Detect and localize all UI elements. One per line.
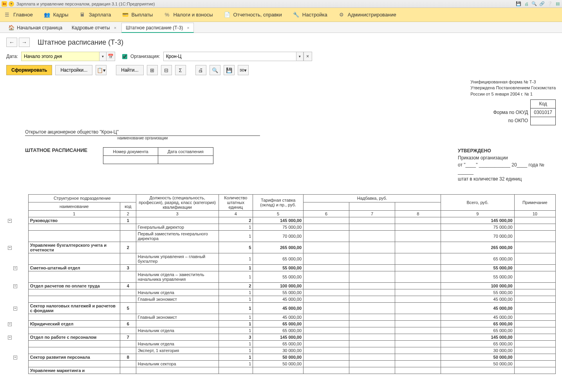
total: 55 000,00: [441, 289, 514, 296]
save-disk-icon[interactable]: 💾: [224, 65, 235, 75]
table-row: −Отдел по работе с персоналом73145 000,0…: [6, 334, 556, 340]
print-button-icon[interactable]: 🖨: [195, 65, 206, 75]
menu-payments[interactable]: 💳Выплаты: [122, 12, 153, 18]
link-icon[interactable]: 🔗: [539, 1, 545, 7]
tree-toggle-icon[interactable]: −: [13, 356, 17, 359]
date-dropdown-icon[interactable]: ▼: [99, 52, 107, 61]
menu-reports[interactable]: 📄Отчетность, справки: [224, 12, 282, 18]
table-row: Первый заместитель генерального директор…: [6, 230, 556, 242]
cell: [136, 354, 219, 360]
menu-salary[interactable]: 🖩Зарплата: [80, 12, 111, 18]
menu-main[interactable]: ☰Главное: [4, 12, 33, 18]
note: [514, 340, 555, 347]
org-input[interactable]: [163, 52, 296, 61]
note: [514, 360, 555, 367]
date-label: Дата:: [6, 54, 18, 59]
close-icon[interactable]: ×: [187, 25, 189, 30]
nav-forward-button[interactable]: →: [19, 38, 30, 47]
tab-label: Начальная страница: [17, 25, 62, 31]
cell: [28, 230, 120, 242]
find-button[interactable]: Найти...: [116, 65, 143, 75]
bonus-cell: [349, 296, 395, 302]
rate: 145 000,00: [253, 217, 304, 224]
bonus-cell: [304, 253, 349, 264]
position: Начальник управления – главный бухгалтер: [136, 253, 219, 264]
cell: [136, 217, 219, 224]
nav-back-button[interactable]: ←: [6, 38, 17, 47]
tree-toggle-icon[interactable]: −: [8, 336, 12, 340]
org-checkbox[interactable]: [122, 54, 127, 59]
total: 70 000,00: [441, 230, 514, 242]
tab-label: Штатное расписание (Т-3): [126, 25, 183, 31]
th-position: Должность (специальность, профессия), ра…: [136, 194, 219, 210]
page-header: ← → Штатное расписание (Т-3): [0, 33, 562, 50]
tab-home[interactable]: 🏠Начальная страница: [4, 22, 67, 33]
bonus-cell: [349, 360, 395, 367]
total: 65 000,00: [441, 253, 514, 264]
bonus-cell: [304, 367, 349, 374]
units: 1: [219, 354, 253, 360]
close-icon[interactable]: ×: [114, 25, 116, 30]
menu-admin[interactable]: ⚙Администрирование: [338, 12, 396, 18]
th-note: Примечание: [514, 194, 555, 210]
mail-icon[interactable]: ✉▾: [238, 65, 249, 75]
generate-button[interactable]: Сформировать: [6, 65, 52, 75]
help-icon[interactable]: ❔: [547, 1, 553, 7]
units: 1: [219, 253, 253, 264]
tab-staffing-t3[interactable]: Штатное расписание (Т-3)×: [121, 23, 194, 33]
total: 145 000,00: [441, 217, 514, 224]
menu-label: Отчетность, справки: [233, 12, 282, 18]
dept-name: Отдел расчетов по оплате труда: [28, 282, 120, 289]
units: 1: [219, 230, 253, 242]
okpo-value: [531, 117, 556, 125]
total: 265 000,00: [441, 242, 514, 253]
paste-icon[interactable]: 📋▾: [96, 65, 107, 75]
cell: [136, 367, 219, 374]
collapse-icon[interactable]: ⊟: [161, 65, 172, 75]
total: 75 000,00: [441, 224, 514, 230]
calc-icon[interactable]: ▤: [555, 1, 560, 7]
dept-name: Отдел по работе с персоналом: [28, 334, 120, 340]
tab-label: Кадровые отчеты: [72, 25, 110, 31]
tree-toggle-icon[interactable]: −: [13, 307, 17, 311]
bonus-cell: [395, 347, 441, 354]
cell: [28, 360, 120, 367]
note: [514, 367, 555, 374]
table-row: −Руководство12145 000,00145 000,00: [6, 217, 556, 224]
units: 1: [219, 271, 253, 282]
tree-toggle-icon[interactable]: −: [8, 246, 12, 250]
dept-code: [120, 367, 136, 374]
preview-icon[interactable]: 🔍: [210, 65, 220, 75]
form-russia-date: России от 5 января 2004 г. № 1: [470, 91, 556, 97]
tree-toggle-icon[interactable]: −: [8, 322, 12, 326]
save-icon[interactable]: 💾: [516, 1, 521, 7]
bonus-cell: [349, 367, 395, 374]
position: Главный экономист: [136, 296, 219, 302]
menu-settings[interactable]: 🔧Настройка: [293, 12, 327, 18]
rate: 65 000,00: [253, 253, 304, 264]
menu-taxes[interactable]: %Налоги и взносы: [164, 12, 213, 18]
tree-toggle-icon[interactable]: −: [13, 284, 17, 288]
cell: [120, 347, 136, 354]
org-clear-button[interactable]: ×: [304, 52, 312, 61]
sum-icon[interactable]: Σ: [175, 65, 186, 75]
position: Начальник отдела: [136, 327, 219, 334]
tab-hr-reports[interactable]: Кадровые отчеты×: [67, 22, 121, 33]
table-row: Главный экономист145 000,0045 000,00: [6, 296, 556, 302]
th-rate: Тарифная ставка (оклад) и пр., руб.: [253, 194, 304, 210]
calendar-icon[interactable]: 📅: [107, 52, 115, 61]
org-dropdown-icon[interactable]: ▼: [296, 52, 304, 61]
titlebar-dropdown-icon[interactable]: ▼: [9, 1, 14, 7]
bonus-cell: [395, 360, 441, 367]
bonus-cell: [304, 320, 349, 327]
expand-icon[interactable]: ⊞: [147, 65, 158, 75]
settings-button[interactable]: Настройки...: [55, 65, 92, 75]
cell: [120, 314, 136, 320]
th-units: Количество штатных единиц: [219, 194, 253, 210]
print-icon[interactable]: 🖨: [524, 1, 529, 7]
menu-hr[interactable]: 👥Кадры: [44, 12, 69, 18]
search-icon[interactable]: 🔍: [531, 1, 537, 7]
tree-toggle-icon[interactable]: −: [8, 219, 12, 223]
tree-toggle-icon[interactable]: −: [13, 266, 17, 270]
date-input[interactable]: [21, 52, 99, 61]
